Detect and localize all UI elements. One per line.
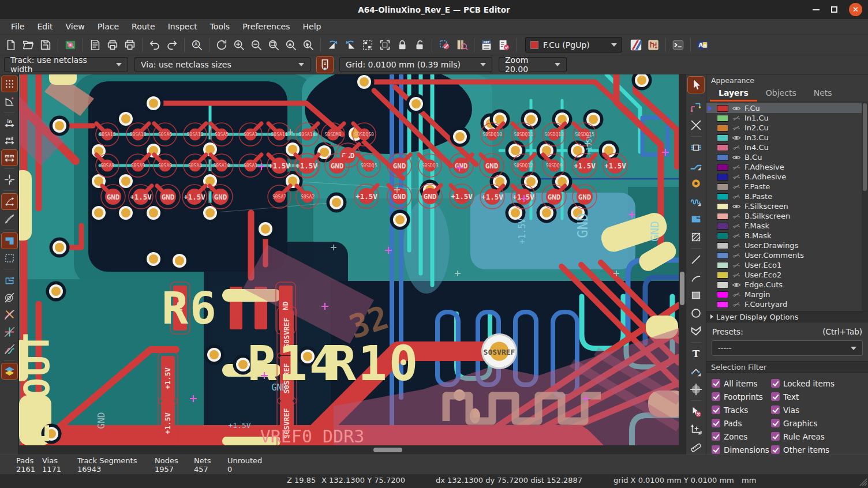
zoom-selection-button[interactable]: [300, 37, 316, 53]
open-file-button[interactable]: [20, 37, 36, 53]
layer-color-swatch[interactable]: [717, 272, 728, 279]
zoom-out-button[interactable]: [248, 37, 264, 53]
layer-row-edge-cuts[interactable]: Edge.Cuts: [706, 280, 868, 290]
grid-select[interactable]: Grid: 0.0100 mm (0.39 mils): [339, 57, 492, 72]
layer-row-in2-cu[interactable]: In2.Cu: [706, 123, 868, 133]
tune-length-button[interactable]: [688, 193, 704, 209]
search-button[interactable]: A: [189, 37, 205, 53]
polar-coords-button[interactable]: [2, 93, 17, 109]
layer-color-swatch[interactable]: [717, 262, 728, 269]
eye-visible-icon[interactable]: [732, 202, 741, 211]
layer-color-swatch[interactable]: [717, 242, 728, 249]
layer-row-b-paste[interactable]: B.Paste: [706, 192, 868, 201]
eye-visible-icon[interactable]: [732, 153, 741, 162]
eye-hidden-icon[interactable]: [732, 163, 741, 172]
pcb-canvas[interactable]: S0SA15S0SA13S0SA6S0SA12S0SA5S0SA3S0SA11S…: [19, 74, 679, 445]
menu-route[interactable]: Route: [125, 20, 162, 33]
checkbox-checked-icon[interactable]: [712, 445, 720, 454]
layer-color-swatch[interactable]: [717, 223, 728, 230]
layer-row-margin[interactable]: Margin: [706, 290, 868, 299]
add-zone-button[interactable]: [688, 211, 704, 227]
filter-locked-items[interactable]: Locked items: [771, 379, 868, 388]
layer-color-swatch[interactable]: [717, 125, 728, 132]
plot-button[interactable]: [122, 37, 138, 53]
via-ghost-button[interactable]: [2, 290, 17, 305]
layer-color-swatch[interactable]: [717, 174, 728, 181]
checkbox-checked-icon[interactable]: [771, 419, 780, 427]
zone-outline-button[interactable]: [2, 250, 17, 266]
eye-hidden-icon[interactable]: [732, 251, 741, 260]
checkbox-checked-icon[interactable]: [712, 419, 720, 427]
delete-tool-button[interactable]: [688, 404, 704, 420]
ungroup-button[interactable]: [377, 37, 393, 53]
draw-polygon-button[interactable]: [688, 323, 704, 339]
canvas-horizontal-scrollbar[interactable]: [19, 445, 686, 455]
layer-display-options[interactable]: Layer Display Options: [706, 311, 868, 323]
exchange-button[interactable]: [436, 37, 452, 53]
layer-row-f-mask[interactable]: F.Mask: [706, 221, 868, 231]
lock-button[interactable]: [394, 37, 410, 53]
eye-visible-icon[interactable]: [732, 104, 741, 113]
drc-button[interactable]: [496, 37, 512, 53]
units-mils-button[interactable]: mil: [2, 133, 17, 148]
units-inches-button[interactable]: in: [2, 115, 17, 131]
menu-tools[interactable]: Tools: [204, 20, 237, 33]
layer-selector[interactable]: F.Cu (PgUp): [525, 37, 622, 52]
checkbox-checked-icon[interactable]: [712, 392, 720, 401]
menu-edit[interactable]: Edit: [31, 20, 59, 33]
filter-other-items[interactable]: Other items: [771, 445, 868, 455]
checkbox-checked-icon[interactable]: [771, 392, 780, 401]
rotate-cw-button[interactable]: [342, 37, 358, 53]
set-origin-button[interactable]: [688, 381, 704, 397]
zone-display-button[interactable]: [2, 272, 17, 288]
filter-dimensions[interactable]: Dimensions: [712, 445, 771, 455]
eye-hidden-icon[interactable]: [732, 231, 741, 241]
layer-row-user-eco2[interactable]: User.Eco2: [706, 270, 868, 280]
route-tracks-button[interactable]: [688, 157, 704, 174]
layer-color-swatch[interactable]: [717, 164, 728, 171]
layer-color-swatch[interactable]: [717, 183, 728, 190]
eye-hidden-icon[interactable]: [732, 172, 741, 182]
draw-arc-button[interactable]: [688, 269, 704, 286]
layers-scrollbar[interactable]: [862, 102, 868, 311]
drill-origin-button[interactable]: [688, 422, 704, 438]
track-width-select[interactable]: Track: use netclass width: [4, 57, 128, 72]
zoom-fit-objects-button[interactable]: [283, 37, 299, 53]
router-options-button[interactable]: [645, 37, 661, 53]
layer-row-f-adhesive[interactable]: F.Adhesive: [706, 162, 868, 172]
filter-vias[interactable]: Vias: [771, 406, 868, 415]
track-ghost-button[interactable]: [2, 307, 17, 322]
checkbox-checked-icon[interactable]: [712, 379, 720, 388]
layer-row-user-eco1[interactable]: User.Eco1: [706, 260, 868, 270]
rule-area-button[interactable]: [688, 229, 704, 245]
local-ratsnest-button[interactable]: [688, 117, 704, 133]
checkbox-checked-icon[interactable]: [712, 432, 720, 441]
vertical-scroll-thumb[interactable]: [680, 272, 684, 305]
menu-place[interactable]: Place: [91, 20, 125, 33]
library-browser-button[interactable]: [454, 37, 470, 53]
eye-hidden-icon[interactable]: [732, 271, 741, 280]
layer-color-swatch[interactable]: [717, 291, 728, 298]
layer-row-in1-cu[interactable]: In1.Cu: [706, 113, 868, 123]
layer-color-swatch[interactable]: [717, 115, 728, 122]
layer-row-b-silkscreen[interactable]: B.Silkscreen: [706, 211, 868, 221]
eye-hidden-icon[interactable]: [732, 241, 741, 250]
board-setup-button[interactable]: [62, 37, 78, 53]
layer-color-swatch[interactable]: [717, 213, 728, 220]
unlock-button[interactable]: [411, 37, 428, 53]
group-button[interactable]: [360, 37, 376, 53]
filter-rule-areas[interactable]: Rule Areas: [771, 432, 868, 441]
layer-row-b-mask[interactable]: B.Mask: [706, 231, 868, 241]
layer-color-swatch[interactable]: [717, 134, 728, 141]
checkbox-checked-icon[interactable]: [771, 432, 780, 441]
layer-color-swatch[interactable]: [717, 144, 728, 151]
layer-row-f-courtyard[interactable]: F.Courtyard: [706, 299, 868, 309]
close-button[interactable]: ✕: [849, 3, 862, 16]
layer-color-swatch[interactable]: [717, 232, 728, 239]
layer-row-b-cu[interactable]: B.Cu: [706, 152, 868, 162]
rotate-ccw-button[interactable]: [325, 37, 341, 53]
layer-row-f-paste[interactable]: F.Paste: [706, 182, 868, 192]
eye-hidden-icon[interactable]: [732, 212, 741, 221]
layers-scroll-thumb[interactable]: [863, 103, 867, 191]
checkbox-checked-icon[interactable]: [712, 406, 720, 414]
